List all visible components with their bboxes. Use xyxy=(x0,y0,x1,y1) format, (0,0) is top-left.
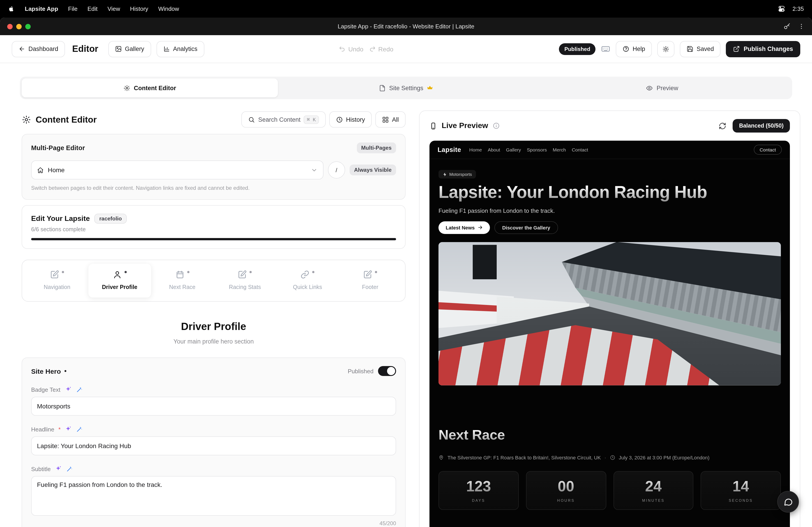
discover-gallery-button[interactable]: Discover the Gallery xyxy=(494,221,558,234)
active-section-subtitle: Your main profile hero section xyxy=(21,338,406,345)
menu-item-view[interactable]: View xyxy=(107,5,120,12)
redo-button[interactable]: Redo xyxy=(369,45,393,52)
arrow-right-icon xyxy=(478,225,483,230)
ai-sparkles-icon[interactable] xyxy=(55,465,62,472)
progress-bar xyxy=(31,238,396,240)
redo-icon xyxy=(369,46,376,52)
pencil-square-icon xyxy=(363,270,372,279)
site-subtitle: Fueling F1 passion from London to the tr… xyxy=(438,207,781,214)
published-status-badge: Published xyxy=(559,43,596,55)
headline-input[interactable] xyxy=(31,436,396,455)
countdown-days-value: 123 xyxy=(466,478,491,495)
site-contact-button[interactable]: Contact xyxy=(754,145,782,155)
main-content: Content Editor Search Content ⌘ K Histor… xyxy=(0,111,812,518)
race-location: The Silverstone GP: F1 Roars Back to Bri… xyxy=(448,455,601,460)
undo-button[interactable]: Undo xyxy=(339,45,363,52)
theme-toggle-button[interactable] xyxy=(657,41,675,57)
site-headline: Lapsite: Your London Racing Hub xyxy=(438,183,781,202)
sun-icon xyxy=(662,45,669,52)
save-icon xyxy=(686,46,693,52)
site-logo[interactable]: Lapsite xyxy=(438,146,461,153)
section-tab-footer[interactable]: Footer xyxy=(339,264,402,298)
control-center-icon[interactable] xyxy=(778,5,785,13)
help-button[interactable]: Help xyxy=(616,41,652,57)
ai-sparkles-icon[interactable] xyxy=(65,425,72,433)
view-tabs: Content Editor Site Settings Preview xyxy=(20,77,792,99)
editor-header: Dashboard Editor Gallery Analytics Undo … xyxy=(0,35,812,63)
magic-wand-icon[interactable] xyxy=(76,425,83,433)
subtitle-label: Subtitle xyxy=(31,465,51,472)
menu-item-edit[interactable]: Edit xyxy=(88,5,98,12)
all-sections-button[interactable]: All xyxy=(375,111,406,127)
subtitle-textarea[interactable]: Fueling F1 passion from London to the tr… xyxy=(31,476,396,516)
badge-text-label: Badge Text xyxy=(31,386,60,393)
active-section-title: Driver Profile xyxy=(21,320,406,333)
refresh-icon[interactable] xyxy=(719,122,726,130)
publish-changes-button[interactable]: Publish Changes xyxy=(726,41,800,57)
menu-item-file[interactable]: File xyxy=(68,5,77,12)
menu-item-history[interactable]: History xyxy=(130,5,148,12)
preview-mode-button[interactable]: Balanced (50/50) xyxy=(733,119,790,133)
countdown-seconds-card: 14 SECONDS xyxy=(701,471,781,510)
site-nav-home[interactable]: Home xyxy=(469,147,482,152)
site-name-badge: racefolio xyxy=(94,214,127,224)
published-toggle[interactable] xyxy=(378,366,396,376)
apple-menu-icon[interactable] xyxy=(8,5,15,12)
magic-wand-icon[interactable] xyxy=(76,386,83,393)
dashboard-button[interactable]: Dashboard xyxy=(12,41,65,57)
live-preview-title: Live Preview xyxy=(441,121,488,130)
chat-widget-button[interactable] xyxy=(777,491,799,513)
chevron-down-icon xyxy=(311,167,318,174)
search-content-button[interactable]: Search Content ⌘ K xyxy=(242,111,326,127)
headline-label: Headline xyxy=(31,426,54,433)
multi-pages-badge: Multi-Pages xyxy=(357,142,396,153)
page-select[interactable]: Home xyxy=(31,161,323,179)
required-mark: * xyxy=(58,426,61,433)
char-counter: 45/200 xyxy=(31,520,396,527)
gallery-button[interactable]: Gallery xyxy=(108,41,151,57)
site-nav-merch[interactable]: Merch xyxy=(553,147,566,152)
countdown-seconds-value: 14 xyxy=(733,478,749,495)
section-tab-driver-profile[interactable]: Driver Profile xyxy=(88,264,151,298)
site-nav-contact[interactable]: Contact xyxy=(572,147,588,152)
section-tab-next-race[interactable]: Next Race xyxy=(151,264,214,298)
latest-news-button[interactable]: Latest News xyxy=(438,221,490,234)
chat-bubble-icon xyxy=(783,497,793,507)
magic-wand-icon[interactable] xyxy=(66,465,73,472)
key-icon[interactable] xyxy=(783,22,791,30)
site-nav-about[interactable]: About xyxy=(488,147,500,152)
site-nav-gallery[interactable]: Gallery xyxy=(506,147,521,152)
multi-page-editor-card: Multi-Page Editor Multi-Pages Home / Alw… xyxy=(21,134,406,200)
external-link-icon xyxy=(733,46,740,52)
site-nav-sponsors[interactable]: Sponsors xyxy=(527,147,547,152)
overflow-menu-icon[interactable] xyxy=(798,23,805,30)
site-hero-title: Site Hero xyxy=(31,367,61,375)
tab-preview[interactable]: Preview xyxy=(534,78,791,97)
meta-separator: · xyxy=(605,455,606,460)
menu-item-window[interactable]: Window xyxy=(158,5,179,12)
ai-sparkles-icon[interactable] xyxy=(64,386,72,393)
analytics-button[interactable]: Analytics xyxy=(156,41,204,57)
history-button[interactable]: History xyxy=(329,111,372,127)
menu-clock[interactable]: 2:35 xyxy=(792,5,804,12)
menu-app-name[interactable]: Lapsite App xyxy=(25,5,58,12)
content-editor-panel: Content Editor Search Content ⌘ K Histor… xyxy=(21,111,406,527)
modified-dot xyxy=(64,370,66,372)
tab-content-editor[interactable]: Content Editor xyxy=(21,78,278,97)
countdown-minutes-value: 24 xyxy=(645,478,662,495)
countdown-seconds-label: SECONDS xyxy=(729,499,753,503)
badge-text-input[interactable] xyxy=(31,397,396,416)
countdown-hours-label: HOURS xyxy=(557,499,575,503)
section-tab-racing-stats[interactable]: Racing Stats xyxy=(214,264,276,298)
app-window: Lapsite App - Edit racefolio - Website E… xyxy=(0,18,812,527)
tab-site-settings[interactable]: Site Settings xyxy=(278,78,534,97)
keyboard-shortcuts-icon[interactable] xyxy=(601,44,611,54)
site-hero-card: Site Hero Published Badge Text Headlin xyxy=(21,358,406,527)
section-tab-navigation[interactable]: Navigation xyxy=(26,264,88,298)
gear-icon xyxy=(21,115,31,124)
section-tab-quick-links[interactable]: Quick Links xyxy=(276,264,339,298)
title-bar: Lapsite App - Edit racefolio - Website E… xyxy=(0,18,812,35)
multi-page-helper-text: Switch between pages to edit their conte… xyxy=(31,185,396,191)
saved-button[interactable]: Saved xyxy=(680,41,721,57)
link-icon xyxy=(301,270,309,279)
